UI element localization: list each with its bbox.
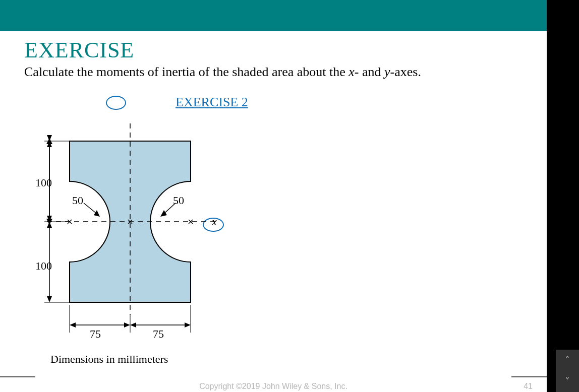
dim-75-left: 75 (90, 328, 101, 340)
svg-marker-12 (160, 210, 167, 217)
svg-marker-17 (70, 322, 76, 328)
svg-marker-21 (185, 322, 191, 328)
scroll-up-button[interactable]: ˄ (556, 350, 579, 371)
copyright-text: Copyright ©2019 John Wiley & Sons, Inc. (0, 382, 547, 391)
figure-diagram: y x 100 100 50 50 (24, 113, 236, 380)
prompt-x: x (349, 64, 355, 79)
chevron-up-icon: ˄ (565, 355, 570, 366)
page-number: 41 (524, 382, 533, 391)
y-axis-circle-annotation (106, 96, 126, 110)
dim-100-top: 100 (35, 176, 52, 189)
dim-50-left: 50 (72, 194, 83, 207)
exercise-prompt: Calculate the moments of inertia of the … (24, 64, 421, 80)
scroll-down-button[interactable]: ˅ (556, 371, 579, 392)
bottom-rule-right (511, 376, 547, 377)
svg-line-9 (84, 203, 97, 214)
svg-marker-20 (130, 322, 136, 328)
svg-marker-18 (124, 322, 130, 328)
exercise-title: EXERCISE (24, 37, 134, 63)
prompt-text-2: - and (355, 64, 384, 79)
svg-marker-8 (47, 296, 52, 302)
bottom-rule-left (0, 376, 35, 377)
figure-caption: Dimensions in millimeters (50, 353, 168, 366)
dim-75-right: 75 (153, 328, 164, 340)
svg-marker-4 (47, 141, 52, 147)
top-bar (0, 0, 547, 31)
figure-svg: y x 100 100 50 50 (24, 113, 236, 355)
svg-marker-24 (47, 135, 52, 141)
svg-marker-10 (94, 210, 100, 217)
svg-marker-5 (47, 216, 52, 222)
svg-marker-7 (47, 222, 52, 228)
handwritten-note: EXERCISE 2 (176, 95, 248, 110)
prompt-text-3: -axes. (390, 64, 421, 79)
sidebar-black: ˄ ˅ (547, 0, 579, 392)
slide: EXERCISE Calculate the moments of inerti… (0, 0, 547, 392)
dim-100-bottom: 100 (35, 259, 52, 272)
prompt-y: y (384, 64, 390, 79)
chevron-down-icon: ˅ (565, 376, 570, 387)
x-axis-label: x (211, 215, 217, 228)
prompt-text-1: Calculate the moments of inertia of the … (24, 64, 349, 79)
dim-50-right: 50 (173, 194, 184, 207)
